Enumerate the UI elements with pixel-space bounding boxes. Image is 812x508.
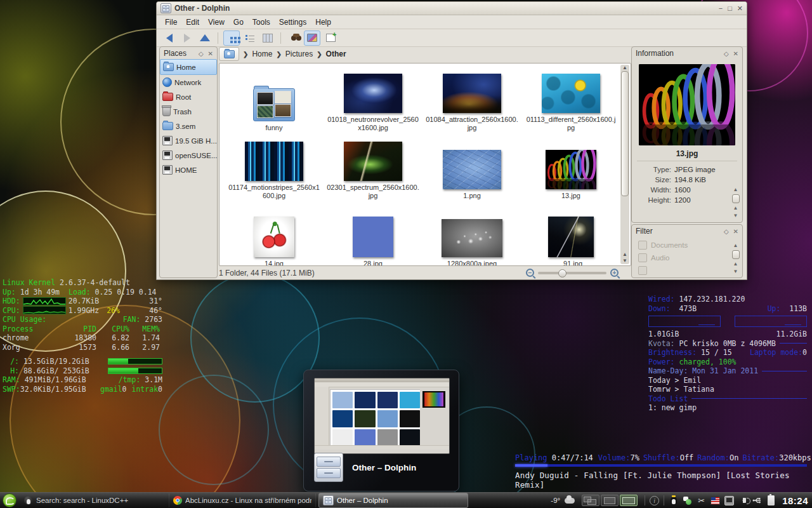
ram-usage: 491MiB/1.96GiB [25, 375, 86, 385]
file-item[interactable]: funny [226, 66, 322, 132]
track-progress-bar [515, 464, 807, 467]
tmp-usage: 3.1M [145, 375, 162, 385]
weather-temperature[interactable]: -9° [551, 497, 560, 504]
home-usage: 88.6GiB/ 253GiB [23, 366, 89, 376]
usb-device-icon[interactable] [752, 496, 762, 505]
find-icon[interactable] [286, 31, 301, 45]
notifications-icon[interactable]: i [650, 496, 659, 505]
zoom-slider-thumb[interactable] [558, 269, 566, 277]
float-panel-icon[interactable]: ◇ [724, 50, 729, 57]
maximize-icon[interactable]: □ [728, 5, 732, 12]
filter-clipped[interactable] [638, 266, 742, 275]
task-linuxdc[interactable]: Search: search - LinuxDC++ [20, 493, 169, 507]
sidebar-item-trash[interactable]: Trash [160, 104, 217, 119]
menu-go[interactable]: Go [229, 17, 248, 28]
messages-tray-icon[interactable] [683, 496, 692, 505]
places-panel-title: Places [164, 49, 187, 58]
columns-view-icon[interactable] [260, 31, 275, 45]
preview-icon[interactable] [304, 30, 320, 46]
file-item[interactable]: 1.png [424, 134, 520, 200]
menu-settings[interactable]: Settings [275, 17, 311, 28]
intrak-count: 0 [158, 385, 162, 394]
file-item[interactable]: 01174_motionstripes_2560x1600.jpg [226, 134, 322, 200]
info-scrollbar[interactable]: ▲▲▼ [731, 187, 740, 218]
file-item[interactable]: 28.jpg [325, 202, 421, 266]
info-file-name: 13.jpg [632, 149, 742, 158]
application-launcher-icon[interactable] [3, 493, 16, 507]
checkbox-icon[interactable] [638, 241, 647, 250]
close-panel-icon[interactable]: ✕ [733, 228, 738, 235]
zoom-slider[interactable] [538, 272, 606, 274]
close-panel-icon[interactable]: ✕ [208, 50, 213, 57]
display-tray-icon[interactable] [724, 496, 734, 505]
split-view-icon[interactable] [323, 31, 338, 45]
menu-view[interactable]: View [204, 17, 229, 28]
zoom-out-icon[interactable]: − [526, 269, 534, 277]
icons-view-icon[interactable] [223, 30, 240, 46]
keyboard-layout-icon[interactable] [710, 496, 720, 505]
virtual-desktop-1[interactable] [582, 495, 599, 506]
scroll-down-icon[interactable]: ▼ [622, 258, 627, 264]
file-item[interactable]: 01113_different_2560x1600.jpg [523, 66, 619, 132]
scrollbar-thumb[interactable] [621, 71, 629, 196]
file-item[interactable]: 13.jpg [523, 134, 619, 200]
klipper-icon[interactable]: ✂ [697, 496, 706, 505]
sidebar-item-disk1[interactable]: 19.5 GiB H... [160, 133, 217, 148]
minimize-icon[interactable]: − [719, 5, 723, 12]
sidebar-item-3sem[interactable]: 3.sem [160, 119, 217, 133]
close-icon[interactable]: ✕ [737, 5, 743, 12]
linuxdc-icon [24, 496, 33, 505]
sidebar-item-network[interactable]: Network [160, 75, 217, 90]
float-panel-icon[interactable]: ◇ [199, 50, 204, 57]
float-panel-icon[interactable]: ◇ [724, 228, 729, 235]
clock[interactable]: 18:24 [782, 495, 808, 506]
file-item[interactable]: 01084_attraction_2560x1600.jpg [424, 66, 520, 132]
filter-scrollbar[interactable]: ▲▲▼ [731, 243, 740, 274]
sidebar-item-root[interactable]: Root [160, 90, 217, 104]
battery-icon[interactable] [766, 496, 776, 505]
window-title: Other - Dolphin [174, 4, 230, 13]
volume-icon[interactable] [738, 496, 748, 505]
scroll-up-icon[interactable]: ▲ [622, 251, 627, 258]
menu-file[interactable]: File [160, 17, 181, 28]
zoom-in-icon[interactable]: + [610, 269, 619, 277]
file-item[interactable]: 1280x800a.jpeg [424, 202, 520, 266]
drive-icon [162, 150, 173, 160]
menu-edit[interactable]: Edit [181, 17, 204, 28]
task-dolphin[interactable]: Other – Dolphin [318, 493, 468, 508]
file-item[interactable]: _91.jpg [523, 202, 619, 266]
folder-thumbnail [253, 88, 295, 121]
virtual-desktop-3[interactable] [620, 495, 638, 506]
penguin-tray-icon[interactable] [669, 496, 678, 505]
task-chrome[interactable]: AbcLinuxu.cz - Linux na stříbrném podno [169, 493, 316, 507]
sidebar-item-opensuse[interactable]: openSUSE... [160, 148, 217, 163]
filter-audio[interactable]: Audio [638, 253, 742, 262]
breadcrumb-pictures[interactable]: Pictures [285, 50, 313, 58]
weather-icon[interactable] [565, 498, 575, 504]
titlebar[interactable]: Other - Dolphin − □ ✕ [157, 2, 747, 15]
breadcrumb-other[interactable]: Other [326, 50, 346, 58]
close-panel-icon[interactable]: ✕ [733, 50, 738, 57]
information-panel: Information ◇✕ 13.jpg Type:JPE [631, 46, 743, 223]
sidebar-item-homepart[interactable]: HOME [160, 163, 217, 177]
breadcrumb-home[interactable]: Home [252, 50, 272, 58]
checkbox-icon[interactable] [638, 253, 647, 262]
back-icon[interactable] [162, 31, 177, 45]
sidebar-item-home[interactable]: Home [160, 59, 217, 75]
file-item[interactable]: 01018_neutronrevolver_2560x1600.jpg [325, 66, 421, 132]
file-item[interactable]: 02301_spectrum_2560x1600.jpg [325, 134, 421, 200]
checkbox-icon[interactable] [638, 266, 647, 275]
battery-status: charged, 100% [679, 358, 736, 367]
vertical-scrollbar[interactable]: ▲ ▲ ▼ [620, 65, 629, 264]
breadcrumb-home-button[interactable] [219, 47, 239, 61]
file-item[interactable]: 14.jpg [226, 202, 322, 266]
virtual-desktop-2[interactable] [601, 495, 619, 506]
up-icon[interactable] [197, 31, 213, 45]
menu-tools[interactable]: Tools [248, 17, 275, 28]
scroll-up-icon[interactable]: ▲ [622, 65, 627, 71]
menu-help[interactable]: Help [311, 17, 336, 28]
filter-documents[interactable]: Documents [638, 241, 742, 250]
details-view-icon[interactable] [242, 31, 258, 45]
forward-icon[interactable] [180, 31, 195, 45]
shuffle-value: Off [680, 453, 694, 462]
